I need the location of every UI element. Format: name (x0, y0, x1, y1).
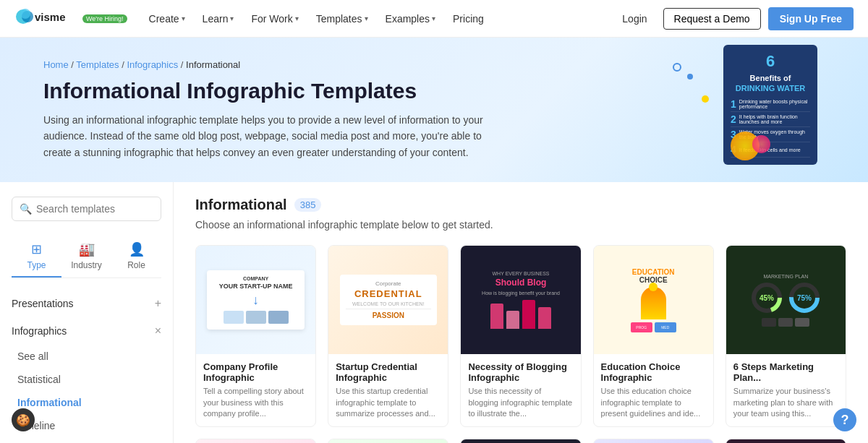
content-section-title: Informational (195, 197, 287, 213)
template-count-badge: 385 (294, 198, 322, 212)
chevron-icon: ▾ (365, 14, 368, 22)
logo[interactable]: visme We're Hiring! (14, 8, 127, 30)
template-card-r2-4[interactable]: Infographic (593, 439, 714, 443)
industry-icon: 🏭 (79, 241, 95, 257)
template-thumbnail: MARKETING PLAN 45% (726, 246, 846, 354)
search-box[interactable]: 🔍 (12, 197, 161, 221)
chevron-icon: ▾ (230, 14, 234, 22)
content-subtitle: Choose an informational infographic temp… (195, 219, 846, 231)
sidebar-item-process[interactable]: Process (0, 437, 173, 443)
search-input[interactable] (36, 203, 153, 215)
hero-img-item: 1 Drinking water boosts physical perform… (731, 97, 810, 112)
login-button[interactable]: Login (613, 9, 655, 29)
template-card-r2-2[interactable]: List of Common Things (328, 439, 448, 443)
cookie-button[interactable]: 🍪 (12, 408, 35, 431)
sidebar-section-presentations: Presentations + (0, 290, 173, 317)
template-name: Education Choice Infographic (601, 361, 706, 383)
template-info: Necessity of Blogging Infographic Use th… (461, 354, 580, 426)
decorative-dot (687, 74, 693, 79)
template-thumbnail: EDUCATION CHOICE PROG MED (594, 246, 713, 354)
breadcrumb-templates[interactable]: Templates (76, 59, 119, 70)
template-thumbnail: What Makes an Infographic Eff... (726, 439, 846, 443)
template-grid: COMPANY YOUR START-UP NAME ↓ Company P (195, 245, 846, 427)
infographics-toggle[interactable]: Infographics × (0, 317, 173, 345)
hiring-badge: We're Hiring! (82, 14, 127, 23)
collapse-icon: × (155, 324, 161, 337)
template-info: Education Choice Infographic Use this ed… (594, 354, 713, 426)
decorative-fruit (752, 135, 770, 153)
nav-pricing[interactable]: Pricing (446, 9, 491, 29)
sidebar-item-see-all[interactable]: See all (0, 345, 173, 368)
template-thumbnail: COMPANY YOUR START-UP NAME ↓ (196, 246, 315, 354)
expand-icon: + (155, 297, 161, 310)
hero-img-subtitle: DRINKING WATER (731, 84, 810, 93)
template-card-blogging[interactable]: WHY EVERY BUSINESS Should Blog How is bl… (460, 245, 581, 427)
help-button[interactable]: ? (833, 408, 856, 431)
template-name: Company Profile Infographic (203, 361, 308, 383)
breadcrumb-home[interactable]: Home (43, 59, 69, 70)
sidebar-item-statistical[interactable]: Statistical (0, 368, 173, 391)
nav-forwork[interactable]: For Work ▾ (244, 9, 305, 29)
template-desc: Use this necessity of blogging infograph… (468, 386, 573, 419)
nav-templates[interactable]: Templates ▾ (309, 9, 375, 29)
nav-examples[interactable]: Examples ▾ (378, 9, 443, 29)
logo-svg: visme (14, 8, 80, 30)
chevron-icon: ▾ (295, 14, 299, 22)
template-info: Startup Credential Infographic Use this … (328, 354, 448, 426)
nav-learn[interactable]: Learn ▾ (195, 9, 242, 29)
filter-tab-role[interactable]: 👤 Role (111, 236, 161, 278)
filter-tab-industry[interactable]: 🏭 Industry (61, 236, 111, 278)
template-name: 6 Steps Marketing Plan... (733, 361, 838, 383)
nav-create[interactable]: Create ▾ (142, 9, 192, 29)
hero-img-item: 2 It helps with brain function launches … (731, 112, 810, 127)
search-icon: 🔍 (20, 203, 32, 215)
template-desc: Use this education choice infographic te… (601, 386, 706, 419)
breadcrumb-infographics[interactable]: Infographics (127, 59, 178, 70)
template-info: Company Profile Infographic Tell a compe… (196, 354, 315, 426)
hero-img-number: 6 (766, 52, 775, 70)
template-card-r2-1[interactable]: SURPRISING 10 FACTS (195, 439, 316, 443)
template-desc: Tell a compelling story about your busin… (203, 386, 308, 419)
nav-right: Login Request a Demo Sign Up Free (613, 7, 854, 30)
nav-links: Create ▾ Learn ▾ For Work ▾ Templates ▾ … (142, 9, 614, 29)
grid-icon: ⊞ (31, 241, 42, 257)
template-name: Necessity of Blogging Infographic (468, 361, 573, 383)
template-desc: Use this startup credential infographic … (336, 386, 441, 419)
template-info: 6 Steps Marketing Plan... Summarize your… (726, 354, 846, 426)
template-card-r2-3[interactable]: Template (460, 439, 581, 443)
template-thumbnail: Infographic (594, 439, 713, 443)
template-desc: Summarize your business's marketing plan… (733, 386, 838, 419)
svg-text:45%: 45% (760, 294, 774, 302)
chevron-icon: ▾ (182, 14, 185, 22)
decorative-circle (673, 63, 681, 72)
template-card-company-profile[interactable]: COMPANY YOUR START-UP NAME ↓ Company P (195, 245, 316, 427)
signup-button[interactable]: Sign Up Free (768, 7, 854, 30)
template-card-startup-credential[interactable]: Corporate CREDENTIAL WELCOME TO OUR KITC… (328, 245, 448, 427)
content-area: Informational 385 Choose an informationa… (174, 182, 868, 443)
template-grid-row2: SURPRISING 10 FACTS List of Common Thing… (195, 439, 846, 443)
filter-tab-type[interactable]: ⊞ Type (12, 236, 61, 278)
role-icon: 👤 (129, 241, 145, 257)
svg-point-2 (20, 9, 30, 19)
presentations-toggle[interactable]: Presentations + (0, 290, 173, 317)
template-card-r2-5[interactable]: What Makes an Infographic Eff... (726, 439, 846, 443)
filter-tabs: ⊞ Type 🏭 Industry 👤 Role (12, 236, 161, 278)
sidebar: 🔍 ⊞ Type 🏭 Industry 👤 Role Presentations… (0, 182, 174, 443)
content-header: Informational 385 (195, 197, 846, 213)
chevron-icon: ▾ (432, 14, 435, 22)
template-card-marketing[interactable]: MARKETING PLAN 45% (726, 245, 846, 427)
template-thumbnail: List of Common Things (328, 439, 448, 443)
svg-text:visme: visme (35, 11, 66, 23)
main-layout: 🔍 ⊞ Type 🏭 Industry 👤 Role Presentations… (0, 182, 868, 443)
demo-button[interactable]: Request a Demo (663, 8, 761, 30)
breadcrumb-current: Informational (186, 59, 240, 70)
svg-text:75%: 75% (797, 294, 812, 302)
hero-img-title: Benefits of (731, 74, 810, 82)
hero-description: Using an informational infographic templ… (43, 112, 492, 160)
template-thumbnail: SURPRISING 10 FACTS (196, 439, 315, 443)
hero-image: 6 Benefits of DRINKING WATER 1 Drinking … (723, 45, 839, 153)
hero-banner: Home / Templates / Infographics / Inform… (0, 38, 868, 182)
navbar: visme We're Hiring! Create ▾ Learn ▾ For… (0, 0, 868, 38)
template-card-education[interactable]: EDUCATION CHOICE PROG MED Education Choi… (593, 245, 714, 427)
template-name: Startup Credential Infographic (336, 361, 441, 383)
